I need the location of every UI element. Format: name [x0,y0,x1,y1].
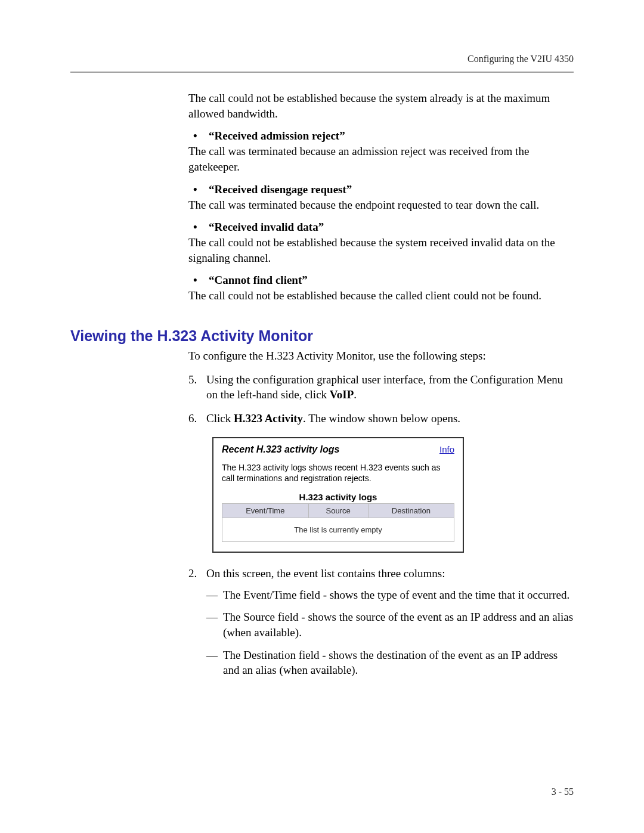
header-rule [70,72,574,73]
figure-title: Recent H.323 activity logs [222,444,339,455]
step-item: Click H.323 Activity. The window shown b… [188,411,574,426]
table-header-destination: Destination [368,504,454,518]
document-page: Configuring the V2IU 4350 The call could… [0,0,644,833]
figure-h323-activity: Recent H.323 activity logs Info The H.32… [212,437,464,553]
message-item: “Received admission reject” The call was… [188,129,574,174]
running-head: Configuring the V2IU 4350 [70,54,574,64]
step-text-bold: VoIP [330,388,354,401]
page-number: 3 - 55 [552,786,574,797]
step-text-pre: Using the configuration graphical user i… [206,373,563,401]
message-desc: The call was terminated because the endp… [188,197,574,213]
message-title: “Received admission reject” [209,129,345,142]
step-text-post: . [354,388,357,401]
message-desc: The call could not be established becaus… [188,235,574,265]
message-desc: The call could not be established becaus… [188,288,574,304]
table-header-source: Source [308,504,368,518]
message-title: “Cannot find client” [209,274,308,286]
figure-info-link[interactable]: Info [439,444,454,454]
message-desc: The call was terminated because an admis… [188,144,574,174]
message-item: “Received invalid data” The call could n… [188,221,574,265]
step-text-post: . The window shown below opens. [303,412,460,425]
table-row: The list is currently empty [222,518,454,542]
message-list: “Received admission reject” The call was… [188,129,574,304]
sub-item: The Event/Time field - shows the type of… [206,587,574,603]
table-header-row: Event/Time Source Destination [222,504,454,518]
step-text: On this screen, the event list contains … [206,567,445,580]
body-column: The call could not be established becaus… [188,91,574,304]
sub-item: The Destination field - shows the destin… [206,648,574,678]
message-title: “Received invalid data” [209,221,324,233]
step-item: Using the configuration graphical user i… [188,372,574,402]
section-heading: Viewing the H.323 Activity Monitor [70,327,574,345]
figure-table: Event/Time Source Destination The list i… [222,503,454,542]
table-header-event-time: Event/Time [222,504,309,518]
figure-inner: Recent H.323 activity logs Info The H.32… [213,438,463,552]
sub-item: The Source field - shows the source of t… [206,609,574,640]
message-title: “Received disengage request” [209,183,352,196]
figure-header: Recent H.323 activity logs Info [222,444,454,455]
figure-description: The H.323 activity logs shows recent H.3… [222,462,454,484]
message-item: “Received disengage request” The call wa… [188,183,574,213]
section-body: To configure the H.323 Activity Monitor,… [188,348,574,678]
step-text-pre: Click [206,412,234,425]
sub-list: The Event/Time field - shows the type of… [206,587,574,678]
steps-list-top: Using the configuration graphical user i… [188,372,574,426]
step-text-bold: H.323 Activity [234,412,303,425]
figure-table-title: H.323 activity logs [222,492,454,502]
intro-paragraph: The call could not be established becaus… [188,91,574,121]
message-item: “Cannot find client” The call could not … [188,274,574,304]
steps-list-bottom: On this screen, the event list contains … [188,566,574,678]
step-item: On this screen, the event list contains … [188,566,574,678]
section-intro: To configure the H.323 Activity Monitor,… [188,348,574,364]
table-empty-message: The list is currently empty [222,518,454,542]
